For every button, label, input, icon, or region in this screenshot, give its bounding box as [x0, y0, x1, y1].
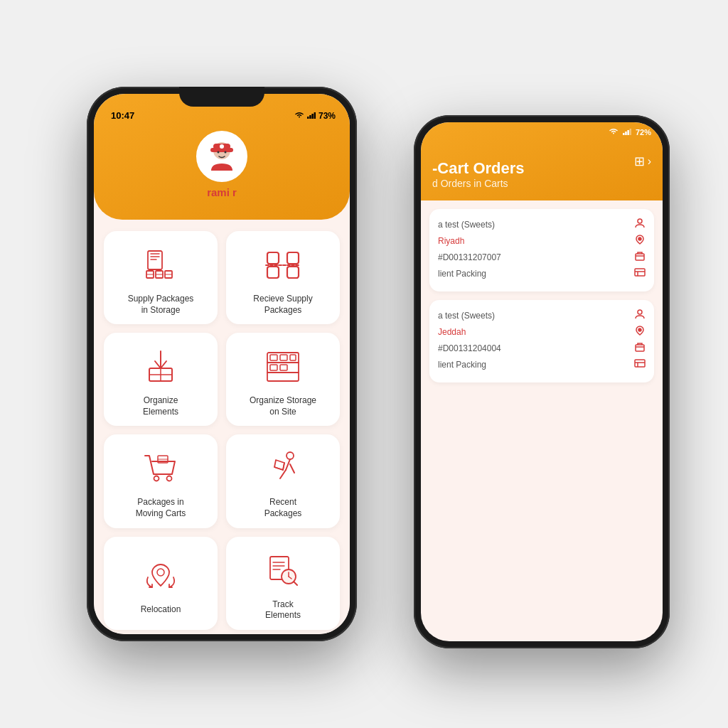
- supply-storage-icon: [138, 242, 183, 288]
- svg-point-10: [638, 310, 642, 314]
- svg-rect-39: [267, 353, 299, 381]
- back-header: 72% ⊞ › -Cart Orders d Orders in Carts: [421, 122, 663, 200]
- menu-item-supply-storage[interactable]: Supply Packagesin Storage: [104, 231, 218, 324]
- track-elements-label: TrackElements: [265, 599, 301, 621]
- signal-icon-main: [307, 112, 316, 120]
- svg-rect-0: [623, 133, 625, 135]
- person-icon-1: [634, 218, 646, 231]
- order1-customer: a test (Sweets): [438, 220, 495, 230]
- username: rami r: [207, 186, 237, 198]
- svg-rect-7: [635, 269, 645, 276]
- person-icon-2: [634, 309, 646, 322]
- avatar: [196, 131, 247, 182]
- order2-type: lient Packing: [438, 360, 486, 370]
- location-icon-1: [634, 234, 646, 247]
- box-icon-1: [634, 250, 646, 264]
- packing-icon-1: [634, 267, 646, 280]
- receive-supply-label: Recieve SupplyPackages: [253, 294, 312, 316]
- menu-item-packages-carts[interactable]: Packages inMoving Carts: [104, 434, 218, 528]
- svg-point-11: [638, 328, 641, 331]
- chevron-right-icon: ›: [648, 155, 651, 168]
- phone-back: 72% ⊞ › -Cart Orders d Orders in Carts: [414, 115, 670, 648]
- svg-point-5: [638, 237, 641, 240]
- svg-line-65: [294, 582, 297, 585]
- order-card-1[interactable]: a test (Sweets) Riyadh #D0: [429, 209, 654, 291]
- track-elements-icon: [260, 548, 306, 594]
- order2-customer: a test (Sweets): [438, 311, 495, 321]
- svg-line-53: [280, 470, 286, 478]
- svg-line-56: [274, 467, 283, 470]
- menu-item-receive-supply[interactable]: Recieve SupplyPackages: [226, 231, 340, 324]
- organize-storage-label: Organize Storageon Site: [250, 395, 316, 417]
- order2-id: #D00131204004: [438, 343, 501, 353]
- order1-city: Riyadh: [438, 236, 464, 246]
- recent-packages-label: RecentPackages: [264, 497, 302, 519]
- menu-item-organize-storage[interactable]: Organize Storageon Site: [226, 333, 340, 426]
- status-right: 73%: [294, 111, 336, 121]
- wifi-icon: [609, 128, 619, 136]
- svg-rect-42: [270, 355, 277, 360]
- svg-rect-16: [307, 117, 309, 119]
- svg-rect-43: [280, 355, 287, 360]
- svg-rect-30: [267, 252, 279, 264]
- status-time: 10:47: [108, 110, 134, 121]
- packages-carts-icon: [138, 446, 183, 491]
- svg-rect-13: [635, 360, 645, 367]
- svg-rect-45: [270, 365, 277, 370]
- organize-elements-icon: [138, 344, 183, 390]
- svg-line-54: [290, 464, 294, 473]
- order1-type: lient Packing: [438, 269, 486, 279]
- svg-rect-32: [267, 267, 279, 278]
- svg-line-55: [283, 463, 284, 470]
- phone-main: 10:47 73%: [87, 87, 357, 641]
- svg-point-47: [154, 476, 159, 481]
- svg-rect-46: [280, 365, 287, 370]
- svg-point-25: [225, 151, 227, 154]
- svg-rect-44: [290, 355, 296, 360]
- battery-back: 72%: [636, 128, 651, 136]
- svg-rect-12: [636, 345, 644, 351]
- grid-icon[interactable]: ⊞: [634, 154, 645, 169]
- svg-point-24: [218, 151, 220, 154]
- svg-line-52: [286, 459, 290, 470]
- svg-point-48: [167, 476, 172, 481]
- menu-item-track-elements[interactable]: TrackElements: [226, 537, 340, 630]
- location-icon-2: [634, 325, 646, 338]
- svg-point-23: [220, 144, 224, 149]
- battery-main: 73%: [318, 111, 336, 121]
- organize-storage-icon: [260, 344, 306, 390]
- svg-rect-1: [625, 132, 627, 135]
- svg-point-4: [638, 219, 642, 223]
- main-phone-screen: 10:47 73%: [94, 94, 350, 634]
- back-page-title: -Cart Orders: [432, 159, 651, 178]
- order2-city: Jeddah: [438, 327, 466, 337]
- menu-item-organize-elements[interactable]: OrganizeElements: [104, 333, 218, 426]
- svg-rect-18: [311, 114, 314, 119]
- back-subtitle: d Orders in Carts: [432, 178, 651, 189]
- organize-elements-label: OrganizeElements: [143, 395, 178, 417]
- svg-rect-31: [287, 252, 299, 264]
- menu-item-recent-packages[interactable]: RecentPackages: [226, 434, 340, 528]
- back-phone-screen: 72% ⊞ › -Cart Orders d Orders in Carts: [421, 122, 663, 641]
- relocation-icon: [138, 553, 183, 599]
- wifi-icon-main: [294, 112, 304, 120]
- menu-item-relocation[interactable]: Relocation: [104, 537, 218, 630]
- svg-rect-2: [627, 130, 629, 135]
- svg-rect-19: [314, 112, 316, 119]
- box-icon-2: [634, 341, 646, 355]
- signal-icon-back: [623, 128, 631, 136]
- relocation-label: Relocation: [141, 604, 181, 616]
- orders-list: a test (Sweets) Riyadh #D0: [421, 200, 663, 391]
- svg-rect-33: [287, 267, 299, 278]
- svg-point-51: [287, 452, 294, 459]
- svg-point-57: [157, 569, 164, 576]
- status-bar: 10:47 73%: [94, 94, 350, 125]
- svg-rect-3: [630, 129, 631, 135]
- svg-rect-17: [309, 115, 311, 119]
- order-card-2[interactable]: a test (Sweets) Jeddah #D0: [429, 300, 654, 382]
- menu-grid-container: Supply Packagesin Storage: [94, 220, 350, 634]
- packages-carts-label: Packages inMoving Carts: [136, 497, 186, 519]
- supply-storage-label: Supply Packagesin Storage: [128, 294, 194, 316]
- recent-packages-icon: [260, 446, 306, 491]
- packing-icon-2: [634, 358, 646, 371]
